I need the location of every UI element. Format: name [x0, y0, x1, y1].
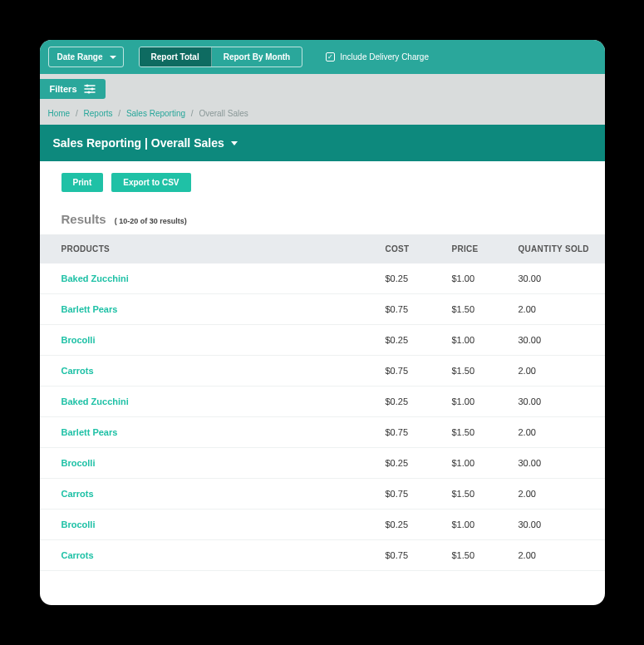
results-heading: Results ( 10-20 of 30 results)	[40, 197, 605, 234]
breadcrumb: Home / Reports / Sales Reporting / Overa…	[40, 104, 605, 125]
date-range-button[interactable]: Date Range	[48, 47, 124, 67]
cell-price: $1.00	[452, 335, 519, 345]
action-row: Print Export to CSV	[40, 161, 605, 197]
breadcrumb-sales-reporting[interactable]: Sales Reporting	[126, 109, 185, 118]
tab-report-by-month[interactable]: Report By Month	[212, 47, 302, 66]
breadcrumb-sep: /	[191, 109, 194, 118]
cell-price: $1.50	[452, 550, 519, 560]
tab-report-total[interactable]: Report Total	[140, 47, 212, 66]
cell-quantity: 2.00	[519, 489, 605, 499]
col-header-price[interactable]: PRICE	[452, 244, 519, 254]
product-link[interactable]: Barlett Pears	[61, 427, 386, 437]
include-delivery-checkbox[interactable]: ✓ Include Delivery Charge	[326, 52, 429, 62]
cell-quantity: 30.00	[519, 273, 605, 283]
breadcrumb-sep: /	[76, 109, 78, 118]
cell-price: $1.50	[452, 304, 519, 314]
date-range-label: Date Range	[57, 52, 103, 62]
breadcrumb-home[interactable]: Home	[48, 109, 71, 118]
filters-label: Filters	[50, 84, 77, 94]
table-row: Baked Zucchini$0.25$1.0030.00	[40, 263, 605, 294]
cell-price: $1.00	[452, 458, 519, 468]
table-row: Carrots$0.75$1.502.00	[40, 479, 605, 510]
sliders-icon	[84, 84, 96, 94]
chevron-down-icon	[231, 141, 238, 145]
table-row: Carrots$0.75$1.502.00	[40, 540, 605, 571]
tab-label: Report Total	[151, 52, 199, 62]
cell-quantity: 30.00	[519, 396, 605, 406]
table-row: Baked Zucchini$0.25$1.0030.00	[40, 387, 605, 417]
cell-cost: $0.75	[386, 489, 452, 499]
table-row: Barlett Pears$0.75$1.502.00	[40, 294, 605, 325]
cell-quantity: 2.00	[519, 366, 605, 376]
cell-price: $1.00	[452, 519, 519, 529]
cell-price: $1.50	[452, 489, 519, 499]
filters-bar: Filters	[40, 74, 605, 104]
breadcrumb-reports[interactable]: Reports	[84, 109, 113, 118]
breadcrumb-sep: /	[118, 109, 120, 118]
page-title: Sales Reporting | Overall Sales	[53, 136, 224, 150]
col-header-quantity[interactable]: QUANTITY SOLD	[519, 244, 605, 254]
cell-quantity: 2.00	[519, 304, 605, 314]
svg-point-3	[86, 84, 88, 86]
tab-label: Report By Month	[224, 52, 291, 62]
product-link[interactable]: Baked Zucchini	[61, 273, 386, 283]
cell-quantity: 2.00	[519, 427, 605, 437]
table-body: Baked Zucchini$0.25$1.0030.00Barlett Pea…	[40, 263, 605, 571]
product-link[interactable]: Brocolli	[61, 335, 386, 345]
app-inner: Date Range Report Total Report By Month …	[40, 40, 605, 571]
cell-cost: $0.25	[386, 458, 452, 468]
cell-cost: $0.25	[386, 273, 452, 283]
product-link[interactable]: Brocolli	[61, 458, 386, 468]
app-frame: Date Range Report Total Report By Month …	[40, 40, 605, 605]
table-row: Carrots$0.75$1.502.00	[40, 356, 605, 387]
cell-cost: $0.25	[386, 519, 452, 529]
breadcrumb-current: Overall Sales	[199, 109, 248, 118]
table-row: Brocolli$0.25$1.0030.00	[40, 448, 605, 479]
cell-quantity: 30.00	[519, 458, 605, 468]
results-title: Results	[61, 212, 106, 226]
filters-button[interactable]: Filters	[40, 79, 106, 99]
checkbox-icon: ✓	[326, 52, 335, 62]
table-row: Brocolli$0.25$1.0030.00	[40, 325, 605, 356]
chevron-down-icon	[110, 56, 116, 59]
table-row: Barlett Pears$0.75$1.502.00	[40, 417, 605, 448]
cell-price: $1.00	[452, 396, 519, 406]
checkbox-label: Include Delivery Charge	[340, 52, 429, 62]
product-link[interactable]: Brocolli	[61, 519, 386, 529]
top-bar: Date Range Report Total Report By Month …	[40, 40, 605, 74]
product-link[interactable]: Baked Zucchini	[61, 396, 386, 406]
col-header-products[interactable]: PRODUCTS	[61, 244, 386, 254]
product-link[interactable]: Carrots	[61, 366, 386, 376]
page-title-bar[interactable]: Sales Reporting | Overall Sales	[40, 125, 605, 161]
cell-quantity: 2.00	[519, 550, 605, 560]
table-header: PRODUCTS COST PRICE QUANTITY SOLD	[40, 234, 605, 263]
cell-price: $1.50	[452, 366, 519, 376]
export-csv-button[interactable]: Export to CSV	[111, 173, 190, 192]
cell-cost: $0.75	[386, 304, 452, 314]
cell-cost: $0.25	[386, 335, 452, 345]
cell-cost: $0.75	[386, 427, 452, 437]
cell-cost: $0.75	[386, 366, 452, 376]
report-tab-group: Report Total Report By Month	[139, 47, 303, 67]
product-link[interactable]: Carrots	[61, 489, 386, 499]
svg-point-5	[87, 91, 90, 93]
cell-cost: $0.75	[386, 550, 452, 560]
results-count: ( 10-20 of 30 results)	[115, 217, 187, 225]
cell-price: $1.50	[452, 427, 519, 437]
svg-point-4	[91, 87, 93, 90]
col-header-cost[interactable]: COST	[386, 244, 452, 254]
cell-price: $1.00	[452, 273, 519, 283]
table-row: Brocolli$0.25$1.0030.00	[40, 510, 605, 540]
cell-cost: $0.25	[386, 396, 452, 406]
cell-quantity: 30.00	[519, 519, 605, 529]
print-button[interactable]: Print	[61, 173, 104, 192]
product-link[interactable]: Barlett Pears	[61, 304, 386, 314]
cell-quantity: 30.00	[519, 335, 605, 345]
product-link[interactable]: Carrots	[61, 550, 386, 560]
